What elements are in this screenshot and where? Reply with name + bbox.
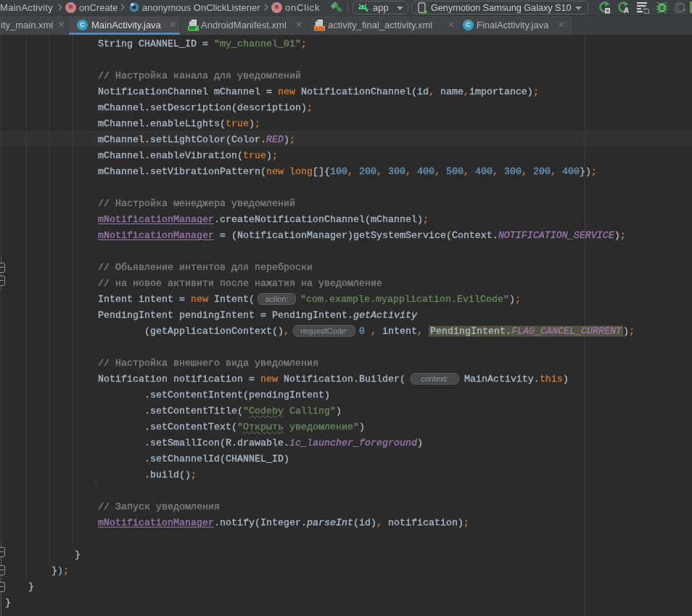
svg-text:A: A xyxy=(624,6,630,14)
svg-text:</>: </> xyxy=(315,27,324,31)
svg-text:MF: MF xyxy=(189,25,197,30)
